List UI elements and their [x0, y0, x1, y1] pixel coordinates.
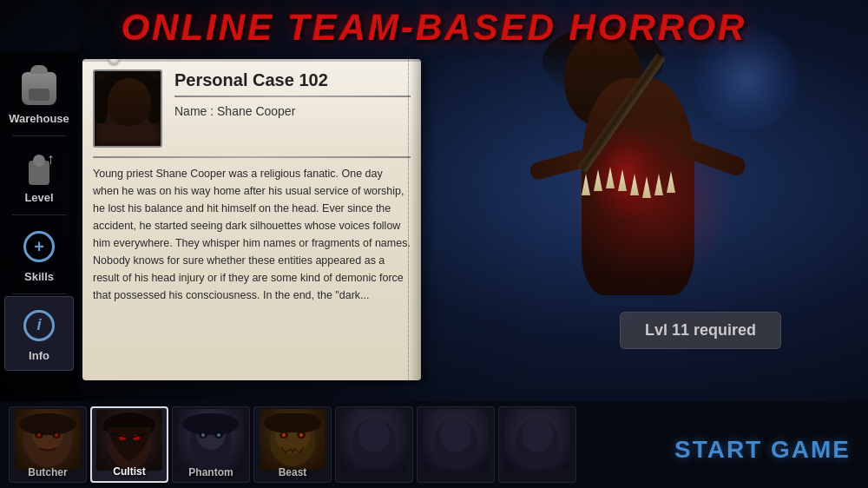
- char-face-cultist: [96, 410, 162, 471]
- char-slot-beast[interactable]: Beast: [253, 406, 332, 483]
- sidebar-item-warehouse[interactable]: Warehouse: [4, 59, 74, 134]
- sidebar-label-level: Level: [24, 191, 53, 204]
- level-icon: ↑: [19, 148, 59, 188]
- char-face-6: [423, 409, 489, 470]
- character-bar: Butcher Cultist: [0, 401, 868, 488]
- warehouse-icon: [19, 69, 59, 109]
- monster-spikes: [573, 174, 703, 226]
- char-slot-5[interactable]: [335, 406, 413, 483]
- svg-point-5: [37, 433, 41, 437]
- char-face-7: [504, 409, 570, 470]
- torn-edge: [408, 59, 421, 380]
- char-face-phantom: [178, 409, 244, 470]
- case-divider: [174, 96, 411, 97]
- sidebar-label-skills: Skills: [24, 270, 54, 283]
- svg-point-28: [282, 433, 286, 437]
- page-title: ONLINE TEAM-BASED HORROR: [0, 7, 868, 49]
- sidebar-divider-2: [12, 214, 67, 215]
- case-body-divider: [93, 156, 411, 158]
- case-pin: [108, 59, 119, 64]
- char-face-5: [341, 409, 407, 470]
- start-game-button[interactable]: START GAME: [674, 436, 851, 464]
- sidebar-divider-1: [12, 135, 67, 136]
- skills-icon: +: [19, 227, 59, 267]
- char-slot-phantom[interactable]: Phantom: [172, 406, 250, 483]
- sidebar-item-skills[interactable]: + Skills: [4, 217, 74, 292]
- sidebar: Warehouse ↑ Level + Skills i: [0, 52, 78, 401]
- sidebar-label-info: Info: [29, 349, 49, 362]
- svg-point-19: [201, 433, 205, 437]
- case-name: Name : Shane Cooper: [174, 104, 411, 118]
- case-portrait: [93, 69, 162, 148]
- sidebar-label-warehouse: Warehouse: [9, 112, 69, 125]
- svg-point-31: [358, 418, 390, 452]
- portrait-face: [108, 78, 151, 126]
- char-label-cultist: Cultist: [113, 465, 145, 478]
- sidebar-item-level[interactable]: ↑ Level: [4, 138, 74, 213]
- case-card: Personal Case 102 Name : Shane Cooper Yo…: [82, 59, 421, 380]
- svg-point-29: [299, 433, 303, 437]
- char-slot-cultist[interactable]: Cultist: [90, 406, 168, 483]
- char-slot-6[interactable]: [417, 406, 495, 483]
- char-label-butcher: Butcher: [28, 466, 67, 478]
- svg-point-6: [55, 433, 58, 437]
- case-header: Personal Case 102 Name : Shane Cooper: [93, 69, 411, 148]
- case-title: Personal Case 102: [174, 69, 411, 90]
- svg-point-20: [217, 433, 220, 437]
- level-required-badge: Lvl 11 required: [620, 312, 781, 349]
- sidebar-divider-3: [12, 293, 67, 294]
- char-slot-7[interactable]: [498, 406, 576, 483]
- svg-rect-2: [19, 413, 76, 435]
- svg-point-33: [440, 418, 471, 452]
- char-slot-butcher[interactable]: Butcher: [9, 406, 87, 483]
- sidebar-item-info[interactable]: i Info: [4, 296, 74, 371]
- case-body-text: Young priest Shane Cooper was a religiou…: [93, 165, 411, 304]
- svg-point-35: [522, 418, 553, 452]
- char-face-beast: [260, 409, 326, 470]
- char-label-beast: Beast: [279, 466, 307, 478]
- info-icon: i: [19, 306, 59, 346]
- char-face-butcher: [15, 409, 81, 470]
- portrait-hair-left: [95, 80, 108, 123]
- case-title-area: Personal Case 102 Name : Shane Cooper: [174, 69, 411, 122]
- char-label-phantom: Phantom: [188, 466, 233, 478]
